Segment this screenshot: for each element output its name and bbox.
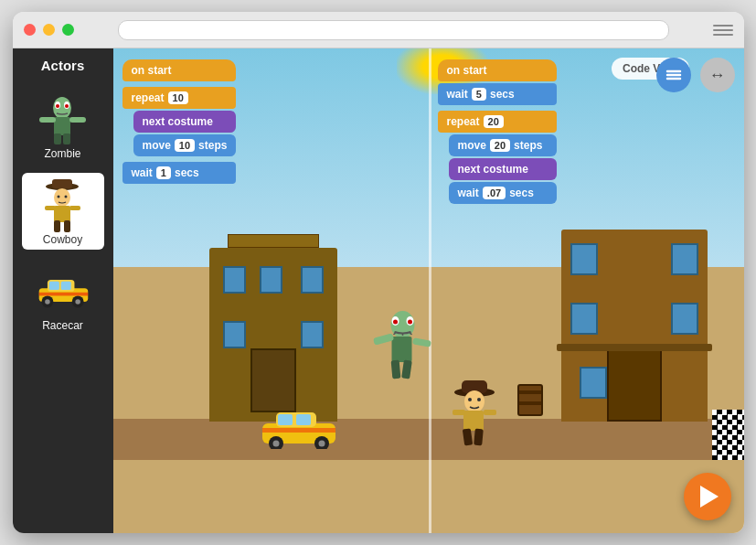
right-wait1-value[interactable]: 5 bbox=[472, 88, 486, 101]
right-repeat-value[interactable]: 20 bbox=[484, 115, 504, 128]
left-repeat-block[interactable]: repeat 10 bbox=[122, 87, 237, 109]
barrel-band bbox=[519, 390, 541, 394]
svg-rect-23 bbox=[60, 282, 70, 290]
racecar-label: Racecar bbox=[42, 319, 83, 332]
cowboy-label: Cowboy bbox=[43, 233, 82, 246]
svg-rect-53 bbox=[262, 428, 335, 433]
svg-point-25 bbox=[45, 299, 50, 305]
close-button[interactable] bbox=[24, 24, 36, 36]
left-wait-block[interactable]: wait 1 secs bbox=[122, 162, 237, 184]
left-next-costume-label: next costume bbox=[143, 115, 213, 128]
building-window bbox=[223, 321, 246, 348]
play-icon bbox=[700, 486, 719, 508]
building-window bbox=[570, 303, 598, 335]
left-repeat-value[interactable]: 10 bbox=[168, 91, 188, 104]
right-repeat-group: repeat 20 move 20 steps next costume bbox=[438, 111, 557, 204]
svg-point-19 bbox=[65, 196, 68, 198]
svg-point-37 bbox=[393, 320, 398, 325]
maximize-button[interactable] bbox=[62, 24, 74, 36]
svg-rect-2 bbox=[39, 117, 56, 123]
svg-rect-11 bbox=[52, 179, 72, 188]
left-wait-value[interactable]: 1 bbox=[156, 166, 171, 179]
menu-line bbox=[713, 29, 733, 31]
building-window bbox=[301, 266, 324, 294]
left-on-start-block[interactable]: on start bbox=[122, 59, 237, 81]
left-on-start-label: on start bbox=[132, 64, 172, 77]
svg-rect-22 bbox=[48, 282, 59, 290]
svg-rect-5 bbox=[63, 134, 70, 144]
zombie-character bbox=[373, 310, 432, 391]
building-window bbox=[671, 303, 698, 335]
menu-line bbox=[713, 34, 733, 36]
left-wait-group: wait 1 secs bbox=[122, 162, 237, 184]
right-next-costume-label: next costume bbox=[458, 163, 528, 176]
porch-roof bbox=[228, 234, 319, 248]
building-window bbox=[671, 243, 698, 275]
sidebar-item-zombie[interactable]: Zombie bbox=[22, 87, 104, 164]
left-move-label: move bbox=[143, 139, 171, 152]
barrel bbox=[517, 384, 543, 416]
right-wait2-unit: secs bbox=[509, 187, 534, 199]
svg-rect-45 bbox=[463, 428, 473, 445]
zombie-sprite bbox=[36, 91, 91, 145]
play-button[interactable] bbox=[684, 473, 731, 520]
svg-rect-46 bbox=[474, 429, 484, 446]
svg-point-41 bbox=[464, 390, 484, 412]
right-repeat-block[interactable]: repeat 20 bbox=[438, 111, 557, 133]
svg-rect-4 bbox=[54, 134, 61, 144]
sidebar-item-cowboy[interactable]: Cowboy bbox=[22, 173, 104, 250]
building-window bbox=[570, 243, 598, 275]
right-wait2-value[interactable]: .07 bbox=[483, 187, 506, 199]
right-on-start-block[interactable]: on start bbox=[438, 59, 557, 81]
right-next-costume-block[interactable]: next costume bbox=[449, 158, 557, 180]
cowboy-character bbox=[447, 376, 502, 453]
sidebar-title: Actors bbox=[41, 58, 85, 73]
right-wait1-block[interactable]: wait 5 secs bbox=[438, 83, 557, 105]
right-wait1-label: wait bbox=[447, 88, 468, 101]
swap-button[interactable]: ↔ bbox=[700, 58, 735, 92]
svg-rect-17 bbox=[69, 206, 80, 210]
right-move-block[interactable]: move 20 steps bbox=[449, 134, 557, 156]
svg-point-38 bbox=[408, 320, 412, 325]
main-content: Actors bbox=[13, 48, 744, 533]
svg-rect-32 bbox=[412, 337, 431, 347]
cowboy-sprite bbox=[36, 176, 91, 231]
sidebar: Actors bbox=[13, 48, 113, 533]
svg-point-55 bbox=[273, 441, 280, 447]
svg-point-18 bbox=[58, 196, 60, 198]
finish-line bbox=[712, 410, 744, 460]
svg-rect-31 bbox=[373, 333, 394, 345]
right-repeat-label: repeat bbox=[447, 115, 480, 128]
menu-line bbox=[713, 25, 733, 27]
split-divider bbox=[429, 48, 431, 533]
left-next-costume-block[interactable]: next costume bbox=[133, 111, 237, 133]
swap-icon: ↔ bbox=[709, 66, 726, 85]
right-on-start-label: on start bbox=[447, 64, 487, 77]
left-on-start-group: on start bbox=[122, 59, 237, 81]
building-window bbox=[301, 321, 324, 348]
svg-point-0 bbox=[53, 97, 71, 119]
left-move-unit: steps bbox=[198, 139, 227, 152]
svg-point-12 bbox=[54, 188, 70, 207]
right-on-start-group: on start wait 5 secs bbox=[438, 59, 557, 105]
menu-button[interactable] bbox=[656, 58, 691, 92]
minimize-button[interactable] bbox=[43, 24, 55, 36]
menu-icon[interactable] bbox=[713, 23, 733, 37]
svg-rect-1 bbox=[54, 117, 70, 135]
left-wait-unit: secs bbox=[175, 166, 199, 179]
building-window bbox=[223, 266, 246, 294]
left-move-block[interactable]: move 10 steps bbox=[133, 134, 237, 156]
svg-point-9 bbox=[65, 104, 69, 108]
right-move-value[interactable]: 20 bbox=[490, 139, 510, 152]
right-wait2-block[interactable]: wait .07 secs bbox=[449, 182, 557, 204]
address-bar[interactable] bbox=[118, 20, 669, 40]
left-repeat-group: repeat 10 next costume move 10 steps bbox=[122, 87, 237, 156]
building-window bbox=[580, 367, 607, 399]
svg-point-8 bbox=[56, 104, 59, 108]
right-wait1-unit: secs bbox=[490, 88, 515, 101]
left-move-value[interactable]: 10 bbox=[175, 139, 195, 152]
sidebar-item-racecar[interactable]: Racecar bbox=[22, 259, 104, 336]
right-move-label: move bbox=[458, 139, 486, 152]
game-area: Code View ↔ on start bbox=[113, 48, 744, 533]
building-window bbox=[260, 266, 282, 294]
